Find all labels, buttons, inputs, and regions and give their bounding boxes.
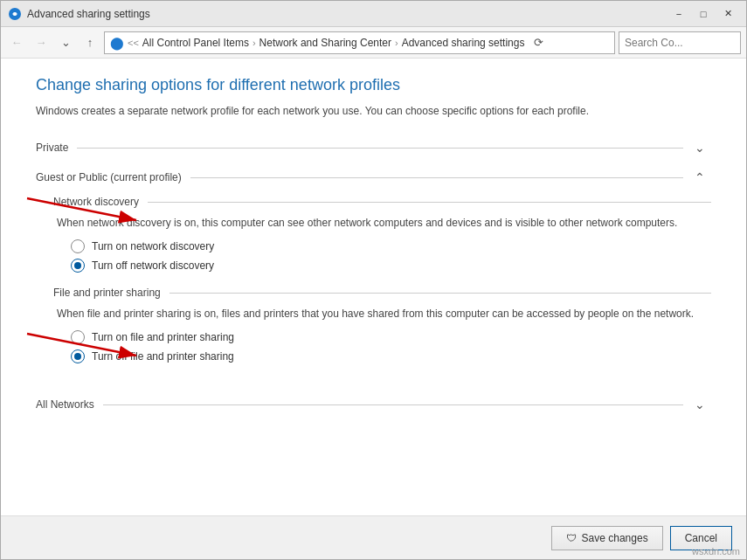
breadcrumb-item-0[interactable]: All Control Panel Items — [142, 37, 249, 49]
private-toggle[interactable]: ⌄ — [688, 136, 711, 159]
breadcrumb-item-2[interactable]: Advanced sharing settings — [402, 37, 525, 49]
network-discovery-off-label: Turn off network discovery — [92, 259, 214, 272]
watermark: wsxdn.com — [692, 546, 740, 557]
file-printer-sharing-options: Turn on file and printer sharing Turn of… — [53, 330, 711, 363]
guest-public-divider — [190, 177, 683, 178]
page-title: Change sharing options for different net… — [36, 76, 711, 94]
all-networks-toggle[interactable]: ⌄ — [688, 393, 711, 416]
maximize-button[interactable]: □ — [692, 5, 715, 23]
up-button[interactable]: ↑ — [80, 32, 100, 53]
file-sharing-off-radio[interactable] — [71, 349, 85, 363]
network-discovery-on-option: Turn on network discovery — [71, 239, 711, 253]
file-printer-sharing-label: File and printer sharing — [53, 287, 161, 299]
guest-public-content: Network discovery When network discovery… — [36, 196, 711, 386]
address-box[interactable]: ⬤ << All Control Panel Items › Network a… — [104, 31, 615, 54]
file-printer-sharing-desc: When file and printer sharing is on, fil… — [53, 306, 711, 321]
breadcrumb-arrow-1: › — [252, 38, 256, 48]
guest-public-header: Guest or Public (current profile) ⌃ — [36, 166, 711, 189]
content-area: Change sharing options for different net… — [1, 59, 746, 515]
bottom-bar: 🛡 Save changes Cancel — [1, 515, 746, 559]
network-discovery-header: Network discovery — [53, 196, 711, 208]
all-networks-divider — [103, 404, 683, 405]
address-bar: ← → ⌄ ↑ ⬤ << All Control Panel Items › N… — [1, 27, 746, 59]
network-discovery-subsection: Network discovery When network discovery… — [53, 196, 711, 273]
guest-public-label: Guest or Public (current profile) — [36, 171, 182, 183]
save-label: Save changes — [582, 532, 648, 544]
all-networks-header: All Networks ⌄ — [36, 393, 711, 416]
all-networks-section: All Networks ⌄ — [36, 393, 711, 416]
network-discovery-on-radio[interactable] — [71, 239, 85, 253]
network-discovery-off-option: Turn off network discovery — [71, 259, 711, 273]
file-sharing-off-label: Turn off file and printer sharing — [92, 350, 234, 363]
close-button[interactable]: ✕ — [716, 5, 739, 23]
window-title: Advanced sharing settings — [27, 8, 667, 20]
guest-public-section: Guest or Public (current profile) ⌃ Netw… — [36, 166, 711, 386]
back-button[interactable]: ← — [6, 32, 27, 53]
file-sharing-on-option: Turn on file and printer sharing — [71, 330, 711, 344]
search-box[interactable]: 🔍 — [619, 31, 741, 54]
radio-dot-discovery — [74, 262, 81, 269]
svg-point-1 — [13, 12, 17, 16]
window-controls: − □ ✕ — [667, 5, 739, 23]
file-printer-sharing-divider — [169, 293, 711, 294]
file-sharing-on-radio[interactable] — [71, 330, 85, 344]
file-printer-sharing-header: File and printer sharing — [53, 287, 711, 299]
file-sharing-off-option: Turn off file and printer sharing — [71, 349, 711, 363]
private-header: Private ⌄ — [36, 136, 711, 159]
refresh-button[interactable]: ⟳ — [528, 32, 549, 53]
file-printer-sharing-subsection: File and printer sharing When file and p… — [53, 287, 711, 363]
network-discovery-label: Network discovery — [53, 196, 139, 208]
page-subtitle: Windows creates a separate network profi… — [36, 103, 711, 119]
network-discovery-on-label: Turn on network discovery — [92, 240, 214, 252]
minimize-button[interactable]: − — [667, 5, 690, 23]
breadcrumb-arrow-2: › — [395, 38, 398, 48]
nav-icon: ⬤ — [110, 36, 124, 50]
network-discovery-options: Turn on network discovery Turn off netwo… — [53, 239, 711, 273]
window-icon — [8, 7, 22, 21]
main-window: Advanced sharing settings − □ ✕ ← → ⌄ ↑ … — [0, 0, 747, 560]
forward-button[interactable]: → — [31, 32, 52, 53]
network-discovery-off-radio[interactable] — [71, 259, 85, 273]
save-icon: 🛡 — [566, 532, 577, 544]
dropdown-button[interactable]: ⌄ — [55, 32, 76, 53]
network-discovery-divider — [148, 202, 711, 203]
private-divider — [77, 148, 683, 149]
radio-dot-sharing — [74, 353, 81, 360]
title-bar: Advanced sharing settings − □ ✕ — [1, 1, 746, 27]
file-sharing-on-label: Turn on file and printer sharing — [92, 331, 234, 343]
network-discovery-desc: When network discovery is on, this compu… — [53, 215, 711, 231]
breadcrumb-item-1[interactable]: Network and Sharing Center — [259, 37, 391, 49]
all-networks-label: All Networks — [36, 398, 94, 411]
search-input[interactable] — [625, 37, 747, 49]
breadcrumb-sep-0: << — [128, 38, 139, 48]
private-section: Private ⌄ — [36, 136, 711, 159]
private-label: Private — [36, 142, 68, 154]
save-button[interactable]: 🛡 Save changes — [551, 526, 663, 550]
guest-public-toggle[interactable]: ⌃ — [688, 166, 711, 189]
